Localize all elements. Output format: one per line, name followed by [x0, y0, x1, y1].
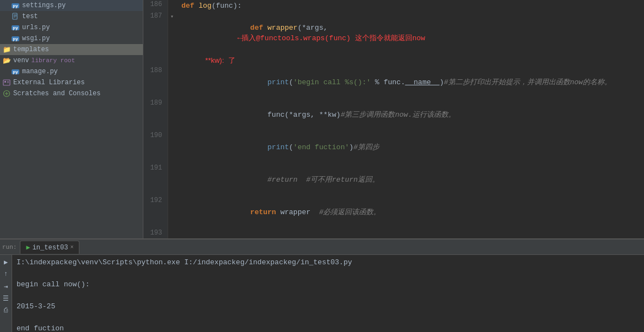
editor-area: 186 def log(func): 187 ▾ def wrapper(*ar…	[143, 0, 644, 238]
table-row: 186 def log(func):	[143, 0, 644, 12]
collapse-arrow[interactable]	[168, 0, 176, 12]
table-row: 188 print('begin call %s():' % func.__na…	[143, 66, 644, 99]
collapse-cell-188	[168, 66, 176, 99]
code-lines: 186 def log(func): 187 ▾ def wrapper(*ar…	[143, 0, 644, 238]
run-label: run:	[2, 244, 17, 251]
sidebar-item-venv[interactable]: 📂 venv library root	[0, 55, 143, 66]
table-row: 192 return wrapper #必须返回该函数。	[143, 196, 644, 228]
bottom-main: ▶ ↑ ⇥ ☰ ⎙ I:\indexpackeg\venv\Scripts\py…	[0, 255, 644, 332]
py-file-icon-2: py	[11, 23, 20, 32]
line-content-189: func(*args, **kw)#第三步调用函数now.运行该函数。	[176, 99, 644, 131]
output-line-blank2	[17, 290, 640, 301]
line-number: 190	[143, 131, 168, 164]
sidebar-label-venv: venv	[13, 57, 29, 64]
venv-sublabel: library root	[31, 57, 75, 64]
line-content-188: print('begin call %s():' % func.__name__…	[176, 66, 644, 99]
table-row: 189 func(*args, **kw)#第三步调用函数now.运行该函数。	[143, 99, 644, 131]
sidebar-label-manage: manage.py	[22, 68, 58, 75]
line-number: 192	[143, 196, 168, 228]
table-row: 190 print('end fuction')#第四步	[143, 131, 644, 164]
scratch-icon	[2, 89, 11, 98]
output-line-date: 2015-3-25	[17, 301, 640, 312]
table-row: 193 @log #第一步调用装饰器。	[143, 228, 644, 238]
sidebar-item-urls-py[interactable]: py urls.py	[0, 22, 143, 33]
sidebar-label-wsgi: wsgi.py	[22, 35, 50, 42]
bottom-panel: run: ▶ in_test03 × ▶ ↑ ⇥ ☰ ⎙ I:\indexpac…	[0, 238, 644, 332]
py-file-icon-3: py	[11, 34, 20, 43]
output-line-blank1	[17, 268, 640, 279]
sidebar-label-ext-libs: External Libraries	[13, 79, 85, 86]
bottom-tabs: run: ▶ in_test03 ×	[0, 240, 644, 255]
output-line-path: I:\indexpackeg\venv\Scripts\python.exe I…	[17, 257, 640, 268]
line-content-187: def wrapper(*args, ←插入@functools.wraps(f…	[176, 12, 644, 55]
sidebar-item-wsgi-py[interactable]: py wsgi.py	[0, 33, 143, 44]
list-button[interactable]: ☰	[1, 293, 11, 303]
table-row-annotation: **kw): 了	[143, 55, 644, 66]
sidebar-item-manage-py[interactable]: py manage.py	[0, 66, 143, 77]
collapse-cell-189	[168, 99, 176, 131]
output-line-begin: begin call now():	[17, 279, 640, 290]
table-row: 191 #return #可不用return返回。	[143, 164, 644, 196]
svg-rect-4	[3, 80, 10, 85]
sidebar-label-urls: urls.py	[22, 24, 50, 31]
line-number-ann	[143, 55, 168, 66]
step-button[interactable]: ⇥	[1, 281, 11, 291]
play-button[interactable]: ▶	[1, 257, 11, 267]
sidebar-label-scratches: Scratches and Consoles	[13, 90, 100, 97]
file-icon	[11, 12, 20, 21]
run-icon: ▶	[26, 243, 30, 252]
collapse-cell-192	[168, 196, 176, 228]
line-content-191: #return #可不用return返回。	[176, 164, 644, 196]
line-number: 191	[143, 164, 168, 196]
line-content-193: @log #第一步调用装饰器。	[176, 228, 644, 238]
collapse-cell-193	[168, 228, 176, 238]
svg-rect-5	[4, 81, 6, 83]
output-line-end: end fuction	[17, 323, 640, 332]
line-content-192: return wrapper #必须返回该函数。	[176, 196, 644, 228]
sidebar-item-templates[interactable]: 📁 templates	[0, 44, 143, 55]
collapse-arrow-187[interactable]: ▾	[168, 12, 176, 55]
table-row: 187 ▾ def wrapper(*args, ←插入@functools.w…	[143, 12, 644, 55]
line-annotation: **kw): 了	[176, 55, 644, 66]
line-content: def log(func):	[176, 0, 644, 12]
sidebar-item-external-libs[interactable]: External Libraries	[0, 77, 143, 88]
sidebar-label-templates: templates	[13, 46, 49, 53]
line-number: 189	[143, 99, 168, 131]
close-tab-icon[interactable]: ×	[70, 244, 73, 251]
output-line-blank3	[17, 312, 640, 323]
line-number: 187	[143, 12, 168, 55]
external-lib-icon	[2, 78, 11, 87]
collapse-cell-191	[168, 164, 176, 196]
output-area: I:\indexpackeg\venv\Scripts\python.exe I…	[12, 255, 644, 332]
sidebar-item-test[interactable]: test	[0, 11, 143, 22]
line-number: 193	[143, 228, 168, 238]
tab-label: in_test03	[33, 244, 68, 252]
sidebar-item-settings-py[interactable]: py settings.py	[0, 0, 143, 11]
py-file-icon: py	[11, 1, 20, 10]
sidebar-label-test: test	[22, 13, 38, 20]
bottom-toolbar: ▶ ↑ ⇥ ☰ ⎙	[0, 255, 12, 332]
folder-icon-venv: 📂	[2, 56, 11, 65]
print-button[interactable]: ⎙	[1, 306, 11, 315]
collapse-cell-190	[168, 131, 176, 164]
scroll-up-button[interactable]: ↑	[1, 269, 11, 279]
sidebar-item-scratches[interactable]: Scratches and Consoles	[0, 88, 143, 99]
tab-in-test03[interactable]: ▶ in_test03 ×	[20, 241, 79, 254]
sidebar: py settings.py test py urls.py py wsgi.p…	[0, 0, 143, 238]
collapse-ann	[168, 55, 176, 66]
line-content-190: print('end fuction')#第四步	[176, 131, 644, 164]
line-number: 186	[143, 0, 168, 12]
sidebar-label-settings: settings.py	[22, 2, 66, 9]
line-number: 188	[143, 66, 168, 99]
folder-open-icon: 📁	[2, 45, 11, 54]
py-file-icon-4: py	[11, 67, 20, 76]
editor-content[interactable]: 186 def log(func): 187 ▾ def wrapper(*ar…	[143, 0, 644, 238]
main-area: py settings.py test py urls.py py wsgi.p…	[0, 0, 644, 238]
